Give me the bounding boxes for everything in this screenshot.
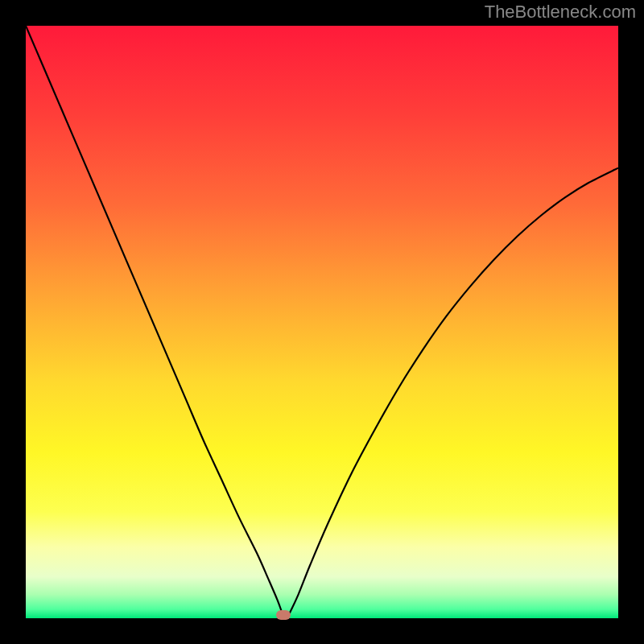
curve-left-branch — [26, 26, 283, 613]
curve-overlay — [26, 26, 618, 618]
watermark-text: TheBottleneck.com — [485, 2, 636, 23]
chart-container: TheBottleneck.com — [0, 0, 644, 644]
optimum-marker — [276, 610, 291, 620]
curve-right-branch — [290, 168, 618, 613]
plot-area — [26, 26, 618, 618]
